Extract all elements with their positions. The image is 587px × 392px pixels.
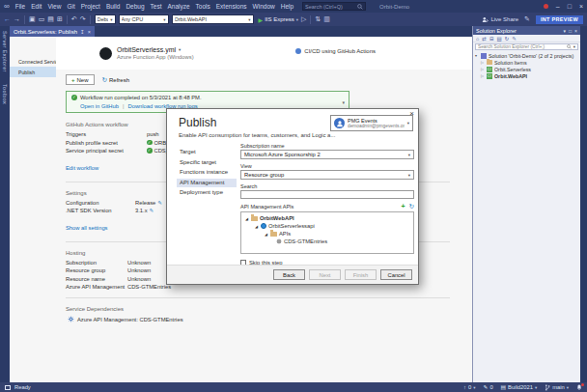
nav-item-connected-services[interactable]: Connected Services [10,56,56,67]
redo-icon[interactable]: ↷ [80,13,86,26]
collapse-notification-icon[interactable]: ▾ [342,99,345,105]
tree-node-resource-group[interactable]: ◢ OrbitWebAPI [241,214,413,222]
startup-project-select[interactable]: Orbit.WebAPI▾ [172,14,254,24]
menu-item-tools[interactable]: Tools [193,3,213,10]
step-target[interactable]: Target [177,148,237,156]
step-specific-target[interactable]: Specific target [177,158,237,167]
start-without-debugging-icon[interactable]: ▷ [301,13,306,26]
maximize-button[interactable]: □ [568,0,572,13]
edit-workflow-link[interactable]: Edit workflow [66,165,98,171]
service-dependencies-section: Service Dependencies Azure API Managemen… [66,306,472,322]
refresh-button[interactable]: ↻ Refresh [102,76,129,84]
collapsed-arrow-icon[interactable]: ▷ [481,60,485,65]
view-select[interactable]: Resource group ▾ [240,170,414,180]
undo-icon[interactable]: ↶ [71,13,77,26]
menu-item-test[interactable]: Test [148,3,165,10]
navigate-forward-icon[interactable]: → [14,13,20,26]
open-in-github-link[interactable]: Open in GitHub [80,103,119,109]
add-api-icon[interactable]: + [401,203,405,210]
solution-explorer-header[interactable]: Solution Explorer ▾ □ × [473,26,580,35]
menu-item-edit[interactable]: Edit [28,3,44,10]
find-in-files-icon[interactable]: ⇅ [315,13,321,26]
menu-item-build[interactable]: Build [103,3,123,10]
tree-node-apim-instance[interactable]: ◢ OrbitServerlessapi [241,222,413,230]
notifications-button[interactable] [576,384,582,390]
outgoing-commits-button[interactable]: ↑ 0 ▾ [463,384,475,390]
cancel-button[interactable]: Cancel [380,269,412,280]
menu-item-git[interactable]: Git [64,3,77,10]
menu-item-view[interactable]: View [44,3,64,10]
collapsed-arrow-icon[interactable]: ▷ [481,67,485,71]
maximize-panel-icon[interactable]: □ [569,28,572,34]
pin-icon[interactable]: ↧ [80,29,85,35]
menu-item-project[interactable]: Project [78,3,103,10]
branch-picker[interactable]: main ▾ [545,384,569,391]
quick-search-input[interactable]: Search (Ctrl+Q) [302,2,366,11]
nav-item-publish[interactable]: Publish [10,67,56,77]
close-window-button[interactable]: × [579,0,583,13]
back-button[interactable]: Back [273,269,305,280]
navigate-back-icon[interactable]: ← [4,13,11,26]
feedback-icon[interactable]: ✎ [524,13,530,26]
open-file-icon[interactable]: ▭ [39,13,45,26]
next-button[interactable]: Next [309,269,341,280]
menu-item-window[interactable]: Window [250,3,278,10]
save-icon[interactable]: ▤ [47,13,54,26]
menu-item-file[interactable]: File [13,3,28,10]
finish-button[interactable]: Finish [345,269,377,280]
tab-toolbox[interactable]: Toolbox [2,84,8,104]
account-picker[interactable]: PMG Events demoadmin@pmgevents.onmi... ▾ [330,115,413,131]
show-all-files-icon[interactable]: ▤ [497,36,502,42]
menu-item-debug[interactable]: Debug [123,3,147,10]
repository-picker[interactable]: ▤ Build2021 ▾ [501,384,538,390]
edit-pencil-icon[interactable]: ✎ [150,208,154,213]
tab-server-explorer[interactable]: Server Explorer [2,31,8,72]
preview-badge[interactable]: INT PREVIEW [536,15,583,24]
expanded-arrow-icon[interactable]: ◢ [245,216,249,221]
expanded-arrow-icon[interactable]: ▾ [475,53,479,58]
solution-platform-select[interactable]: Any CPU▾ [119,14,169,24]
tree-node-apis-folder[interactable]: ◢ APIs [241,230,413,238]
home-icon[interactable]: ⌂ [476,36,479,42]
tree-node-api[interactable]: CDS-GTMEntries [241,238,413,245]
tree-node-solution[interactable]: ▾ Solution 'Orbit-Demo' (2 of 2 projects… [473,52,580,59]
show-all-settings-link[interactable]: Show all settings [66,225,108,231]
step-deployment-type[interactable]: Deployment type [177,188,237,197]
collapse-all-icon[interactable]: ⊟ [489,36,494,42]
pin-icon[interactable]: ▾ [564,28,567,34]
expanded-arrow-icon[interactable]: ◢ [255,224,259,229]
step-api-management[interactable]: API Management [177,179,237,187]
close-tab-icon[interactable]: × [88,29,91,35]
properties-icon[interactable]: ✎ [512,36,517,42]
collapsed-arrow-icon[interactable]: ▷ [481,73,485,78]
apis-search-input[interactable] [240,190,414,199]
dependency-item[interactable]: Azure API Management: CDS-GTMEntries [68,316,472,322]
menu-item-analyze[interactable]: Analyze [164,3,192,10]
tab-orbit-serverless-publish[interactable]: Orbit.Serverless: Publish ↧ × [10,26,95,37]
subscription-select[interactable]: Microsoft Azure Sponsorship 2 ▾ [240,150,414,159]
pending-changes-button[interactable]: ✎ 0 [484,384,493,390]
expanded-arrow-icon[interactable]: ◢ [265,232,268,237]
solution-explorer-icon[interactable]: ▥ [323,13,330,26]
solution-configuration-select[interactable]: Debug▾ [95,14,116,24]
tree-node-solution-items[interactable]: ▷ Solution Items [473,59,580,66]
minimize-button[interactable]: – [556,0,560,13]
save-all-icon[interactable]: ⊞ [57,13,63,26]
step-functions-instance[interactable]: Functions instance [177,168,237,177]
tree-node-orbit-webapi[interactable]: ▷ C# Orbit.WebAPI [473,72,580,79]
solution-search-input[interactable]: Search Solution Explorer (Ctrl+;) ▾ [475,43,578,50]
tree-node-orbit-serverless[interactable]: ▷ C# Orbit.Serverless [473,66,580,72]
menu-item-extensions[interactable]: Extensions [213,3,250,10]
close-panel-icon[interactable]: × [574,28,577,34]
edit-pencil-icon[interactable]: ✎ [157,200,162,206]
refresh-icon[interactable]: ↻ [505,36,510,42]
live-share-button[interactable]: Live Share [482,16,518,23]
new-project-icon[interactable]: ▣ [29,13,36,26]
start-debugging-button[interactable]: ▶ IIS Express ▾ [259,16,299,23]
new-profile-button[interactable]: + New [66,74,95,85]
search-icon [567,44,572,49]
chevron-down-icon[interactable]: ▾ [179,47,181,52]
menu-item-help[interactable]: Help [278,3,296,10]
switch-views-icon[interactable]: ⇄ [482,36,487,42]
refresh-apis-icon[interactable]: ↻ [409,203,414,210]
